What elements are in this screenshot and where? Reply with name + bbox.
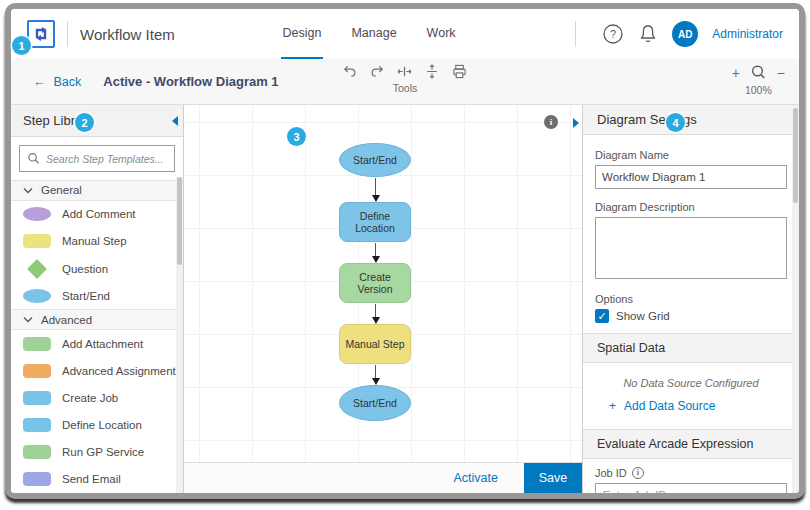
back-label: Back — [54, 75, 82, 89]
help-icon[interactable]: ? — [602, 23, 624, 45]
rect-swatch — [23, 472, 51, 486]
rect-swatch — [23, 234, 51, 248]
sidebar-scrollbar[interactable] — [176, 177, 183, 493]
header-divider — [67, 21, 68, 47]
diagram-settings-panel: Diagram Settings Diagram Name Diagram De… — [582, 105, 799, 493]
search-box — [19, 145, 175, 172]
diagram-description-input[interactable] — [595, 217, 787, 279]
step-library-panel: Step Library General Add Comme — [11, 105, 184, 493]
plus-icon: + — [609, 399, 616, 413]
node-define-location[interactable]: Define Location — [339, 202, 411, 242]
tab-manage[interactable]: Manage — [349, 9, 398, 59]
connector-arrow[interactable] — [375, 365, 376, 384]
actions-divider — [575, 21, 576, 47]
rect-swatch — [23, 391, 51, 405]
canvas-footer: Activate Save — [184, 462, 582, 493]
settings-scrollbar[interactable] — [792, 105, 799, 493]
step-library-header: Step Library — [11, 105, 183, 137]
connector-arrow[interactable] — [375, 178, 376, 201]
tab-work[interactable]: Work — [425, 9, 458, 59]
callout-badge-3: 3 — [287, 127, 306, 146]
zoom-out-icon[interactable]: − — [777, 65, 785, 81]
diagram-description-label: Diagram Description — [595, 201, 787, 213]
arcade-section-header: Evaluate Arcade Expression — [583, 429, 799, 459]
bell-icon[interactable] — [638, 23, 658, 45]
distribute-horizontal-icon[interactable] — [397, 64, 413, 79]
diagram-name-label: Diagram Name — [595, 149, 787, 161]
redo-icon[interactable] — [370, 64, 385, 79]
print-icon[interactable] — [452, 64, 468, 79]
settings-scrollbar-thumb[interactable] — [793, 108, 798, 203]
spatial-data-section-header: Spatial Data — [583, 333, 799, 363]
diagram-name-input[interactable] — [595, 165, 787, 189]
callout-badge-2: 2 — [75, 113, 94, 132]
connector-arrow[interactable] — [375, 304, 376, 323]
step-template-add-comment[interactable]: Add Comment — [11, 201, 183, 228]
diagram-canvas[interactable]: i Start/End Define Location Create Versi… — [184, 105, 582, 493]
ellipse-swatch — [23, 207, 51, 221]
step-template-create-job[interactable]: Create Job — [11, 384, 183, 411]
chevron-down-icon — [23, 187, 33, 194]
page-title: Workflow Item — [80, 26, 175, 43]
rect-swatch — [23, 364, 51, 378]
checkbox-checked-icon[interactable]: ✓ — [595, 309, 609, 323]
node-manual-step[interactable]: Manual Step — [339, 324, 411, 364]
section-advanced[interactable]: Advanced — [11, 309, 183, 330]
rect-swatch — [23, 445, 51, 459]
svg-text:?: ? — [610, 28, 616, 40]
magnifier-icon[interactable] — [750, 64, 767, 81]
tools-label: Tools — [343, 82, 468, 94]
step-template-question[interactable]: Question — [11, 255, 183, 282]
node-start-end-top[interactable]: Start/End — [339, 143, 411, 177]
activate-button[interactable]: Activate — [454, 471, 498, 485]
app-header: Workflow Item Design Manage Work ? AD A — [11, 9, 799, 59]
step-template-run-gp-service[interactable]: Run GP Service — [11, 439, 183, 466]
diagram-settings-body: Diagram Name Diagram Description Options… — [583, 135, 799, 493]
rect-swatch — [23, 418, 51, 432]
search-icon — [27, 152, 40, 165]
callout-badge-1: 1 — [12, 36, 31, 55]
avatar[interactable]: AD — [672, 21, 698, 47]
section-general[interactable]: General — [11, 180, 183, 201]
panel-collapse-icon[interactable] — [573, 118, 579, 128]
step-template-start-end[interactable]: Start/End — [11, 282, 183, 309]
add-data-source-button[interactable]: + Add Data Source — [609, 399, 787, 413]
job-id-input[interactable] — [595, 483, 787, 493]
search-input[interactable] — [46, 153, 167, 165]
callout-badge-4: 4 — [666, 113, 685, 132]
user-name[interactable]: Administrator — [712, 27, 783, 41]
tools-group: Tools — [343, 64, 468, 94]
step-template-define-location[interactable]: Define Location — [11, 412, 183, 439]
no-data-source-text: No Data Source Configured — [595, 377, 787, 389]
search-wrap — [11, 137, 183, 180]
collapse-left-icon[interactable] — [172, 116, 178, 126]
node-start-end-bottom[interactable]: Start/End — [339, 385, 411, 421]
zoom-controls: + − 100% — [732, 64, 785, 96]
workflow-loop-icon — [31, 24, 51, 44]
connector-arrow[interactable] — [375, 243, 376, 262]
ellipse-swatch — [23, 289, 51, 303]
sidebar-scrollbar-thumb[interactable] — [177, 177, 182, 265]
diamond-swatch — [27, 259, 47, 279]
diagram-settings-header: Diagram Settings — [583, 105, 799, 135]
diagram-title: Active - Workflow Diagram 1 — [103, 74, 278, 89]
show-grid-label: Show Grid — [616, 310, 670, 322]
step-template-send-email[interactable]: Send Email — [11, 466, 183, 493]
job-id-info-icon[interactable]: i — [632, 467, 644, 479]
info-icon[interactable]: i — [544, 115, 558, 129]
workflow-manager-logo[interactable] — [27, 20, 55, 48]
rect-swatch — [23, 337, 51, 351]
node-create-version[interactable]: Create Version — [339, 263, 411, 303]
save-button[interactable]: Save — [524, 463, 582, 494]
distribute-vertical-icon[interactable] — [425, 64, 440, 79]
step-template-advanced-assignment[interactable]: Advanced Assignment — [11, 357, 183, 384]
zoom-level: 100% — [732, 84, 785, 96]
back-button[interactable]: ← Back — [33, 75, 81, 89]
step-template-add-attachment[interactable]: Add Attachment — [11, 330, 183, 357]
tab-design[interactable]: Design — [281, 9, 324, 59]
zoom-in-icon[interactable]: + — [732, 65, 740, 81]
step-template-manual-step[interactable]: Manual Step — [11, 228, 183, 255]
job-id-label: Job ID i — [595, 467, 787, 479]
show-grid-option[interactable]: ✓ Show Grid — [595, 309, 787, 323]
undo-icon[interactable] — [343, 64, 358, 79]
